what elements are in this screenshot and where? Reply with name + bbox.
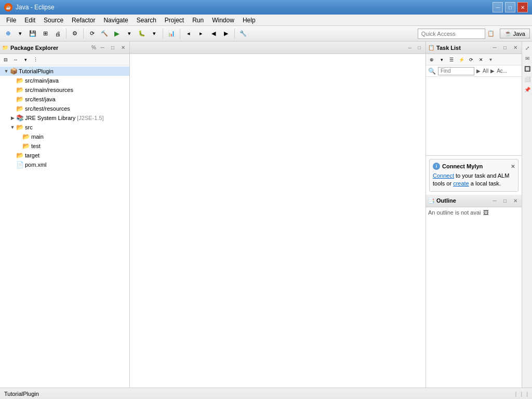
side-btn-4[interactable]: 📌: [523, 85, 531, 94]
tree-item-src-test-resources[interactable]: 📂 src/test/resources: [0, 104, 129, 113]
tree-item-target[interactable]: 📂 target: [0, 151, 129, 160]
toggle-tutorialplugin[interactable]: ▼: [3, 68, 9, 74]
prev-button[interactable]: ◀: [208, 28, 219, 39]
activate-label[interactable]: Ac...: [497, 68, 507, 74]
side-btn-1[interactable]: ⤢: [523, 44, 531, 52]
side-btn-mail[interactable]: ✉: [523, 54, 531, 62]
side-btn-2[interactable]: 🔲: [523, 64, 531, 73]
toggle-jre[interactable]: ▶: [9, 115, 16, 121]
status-sep-1: |: [515, 391, 516, 397]
close-button[interactable]: ✕: [517, 2, 528, 12]
editor-minimize[interactable]: ─: [406, 44, 414, 52]
tree-item-tutorialplugin[interactable]: ▼ 📦 TutorialPlugin: [0, 66, 129, 76]
properties-button[interactable]: ⚙: [69, 28, 81, 39]
open-task-button[interactable]: 📋: [485, 28, 497, 39]
outline-maximize[interactable]: □: [501, 196, 509, 205]
debug-button[interactable]: 🐛: [136, 28, 148, 39]
maximize-button[interactable]: □: [505, 2, 515, 12]
collapse-all-button[interactable]: ⊟: [1, 55, 10, 64]
tree-item-jre[interactable]: ▶ 📚 JRE System Library [J2SE-1.5]: [0, 113, 129, 123]
connect-mylyn-close[interactable]: ✕: [511, 164, 515, 169]
task-deactivate-button[interactable]: ✕: [476, 55, 486, 64]
link-editor-button[interactable]: ↔: [11, 55, 20, 64]
folder-icon-src-main-java: 📂: [16, 76, 24, 85]
tree-label-tutorialplugin: TutorialPlugin: [19, 68, 54, 74]
right-panels: 📋 Task List ─ □ ✕ ⊕ ▾ ☰ ⚡ ⟳ ✕ ▾ 🔍 ▶ All …: [425, 42, 522, 388]
menu-source[interactable]: Source: [39, 16, 68, 25]
all-label[interactable]: All: [483, 68, 488, 74]
quick-access-group: 📋 ☕ Java: [418, 28, 530, 39]
outline-close[interactable]: ✕: [511, 196, 520, 205]
tree-item-test[interactable]: 📂 test: [0, 141, 129, 151]
menu-window[interactable]: Window: [208, 16, 238, 25]
outline-empty-icon: 🖼: [483, 209, 489, 216]
task-filter-button[interactable]: ☰: [447, 55, 456, 64]
tree-item-src-main-java[interactable]: 📂 src/main/java: [0, 76, 129, 85]
next-edit-button[interactable]: ▸: [195, 28, 207, 39]
new-dropdown[interactable]: ▾: [15, 28, 26, 39]
package-explorer-close[interactable]: ✕: [119, 44, 127, 52]
task-refresh-button[interactable]: ⟳: [467, 55, 476, 64]
run-dropdown[interactable]: ▾: [124, 28, 135, 39]
task-list-minimize[interactable]: ─: [490, 44, 499, 52]
prev-edit-button[interactable]: ◂: [183, 28, 194, 39]
tree-item-src-main-resources[interactable]: 📂 src/main/resources: [0, 85, 129, 95]
new-button[interactable]: ⊕: [2, 28, 14, 39]
task-list-maximize[interactable]: □: [501, 44, 509, 52]
java-perspective-button[interactable]: ☕ Java: [500, 29, 530, 38]
tree-label-src-test-java: src/test/java: [25, 96, 56, 102]
new-task-button[interactable]: ⊕: [427, 55, 436, 64]
save-button[interactable]: 💾: [27, 28, 38, 39]
all-chevron[interactable]: ▶: [490, 68, 495, 74]
coverage-button[interactable]: 📊: [166, 28, 177, 39]
package-explorer-panel-icon: 📁: [2, 45, 8, 50]
task-filter-chevron[interactable]: ▶: [476, 68, 481, 74]
menu-file[interactable]: File: [2, 16, 20, 25]
side-btn-3[interactable]: ⬜: [523, 75, 531, 83]
new-task-dropdown[interactable]: ▾: [437, 55, 446, 64]
outline-minimize[interactable]: ─: [490, 196, 499, 205]
pkg-view-dropdown[interactable]: ⋮: [31, 55, 40, 64]
create-link[interactable]: create: [453, 180, 469, 187]
task-find-input[interactable]: [438, 67, 474, 75]
menu-refactor[interactable]: Refactor: [68, 16, 99, 25]
run-button[interactable]: ▶: [111, 28, 123, 39]
task-list-close[interactable]: ✕: [511, 44, 520, 52]
connect-mylyn-panel: i Connect Mylyn ✕ Connect to your task a…: [429, 159, 518, 192]
sep5: [234, 29, 235, 39]
toggle-src[interactable]: ▼: [9, 124, 16, 130]
editor-maximize[interactable]: □: [415, 44, 423, 52]
connect-mylyn-header: i Connect Mylyn ✕: [433, 163, 515, 170]
task-menu-button[interactable]: ▾: [486, 56, 495, 64]
task-list-header: 📋 Task List ─ □ ✕: [426, 42, 522, 54]
refresh-button[interactable]: ⟳: [86, 28, 98, 39]
next-button[interactable]: ▶: [220, 28, 232, 39]
tree-item-main[interactable]: 📂 main: [0, 132, 129, 141]
tree-item-pom[interactable]: 📄 pom.xml: [0, 160, 129, 169]
minimize-button[interactable]: ─: [493, 2, 503, 12]
build-button[interactable]: 🔨: [99, 28, 110, 39]
package-explorer-maximize[interactable]: □: [109, 44, 117, 52]
view-menu-button[interactable]: ▾: [21, 55, 30, 64]
editor-content: [130, 54, 425, 388]
ext-tools-button[interactable]: 🔧: [237, 28, 249, 39]
menu-project[interactable]: Project: [161, 16, 188, 25]
task-group-button[interactable]: ⚡: [457, 55, 466, 64]
menu-navigate[interactable]: Navigate: [99, 16, 132, 25]
debug-dropdown[interactable]: ▾: [149, 28, 160, 39]
connect-link[interactable]: Connect: [433, 172, 454, 179]
jre-icon: 📚: [16, 114, 24, 122]
tree-item-src-test-java[interactable]: 📂 src/test/java: [0, 95, 129, 104]
window-controls: ─ □ ✕: [493, 2, 528, 12]
sep4: [180, 29, 180, 39]
menu-search[interactable]: Search: [132, 16, 161, 25]
sep1: [66, 29, 66, 39]
menu-help[interactable]: Help: [238, 16, 260, 25]
quick-access-input[interactable]: [418, 29, 485, 39]
save-all-button[interactable]: ⊞: [39, 28, 51, 39]
menu-run[interactable]: Run: [188, 16, 208, 25]
print-button[interactable]: 🖨: [52, 28, 63, 39]
tree-item-src[interactable]: ▼ 📂 src: [0, 123, 129, 132]
package-explorer-minimize[interactable]: ─: [98, 44, 107, 52]
menu-edit[interactable]: Edit: [20, 16, 39, 25]
